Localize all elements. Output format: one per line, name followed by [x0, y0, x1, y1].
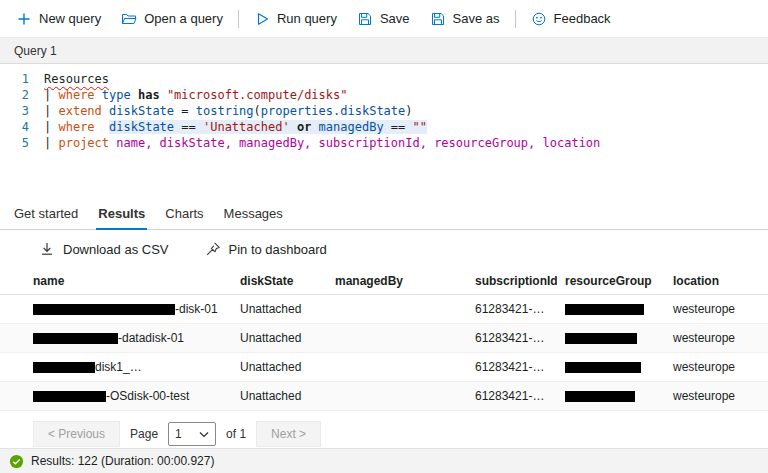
line-number: 5 — [0, 135, 44, 151]
column-header-subscriptionId[interactable]: subscriptionId — [467, 268, 557, 295]
table-header-row: namediskStatemanagedBysubscriptionIdreso… — [0, 268, 768, 295]
cell-managedBy — [327, 382, 467, 411]
cell-name: -disk-01 — [0, 295, 232, 324]
feedback-icon — [531, 11, 547, 27]
save-button[interactable]: Save — [347, 4, 420, 34]
code-text: | extend diskState = tostring(properties… — [44, 103, 413, 119]
cell-subscriptionId: 61283421-2621... — [467, 324, 557, 353]
table-row[interactable]: disk1_...Unattached61283421-2621...weste… — [0, 353, 768, 382]
run-query-button[interactable]: Run query — [244, 4, 347, 34]
redacted-text — [33, 362, 95, 373]
cell-name: disk1_... — [0, 353, 232, 382]
cell-subscriptionId: 61283421-2621... — [467, 382, 557, 411]
cell-name: -datadisk-01 — [0, 324, 232, 353]
success-check-icon — [9, 454, 24, 469]
cell-managedBy — [327, 295, 467, 324]
save-as-icon — [430, 11, 446, 27]
new-query-label: New query — [39, 11, 101, 26]
cell-resourceGroup — [557, 295, 665, 324]
code-text: | project name, diskState, managedBy, su… — [44, 135, 600, 151]
table-row[interactable]: -datadisk-01Unattached61283421-2621...we… — [0, 324, 768, 353]
cell-managedBy — [327, 324, 467, 353]
open-folder-icon — [121, 11, 137, 27]
cell-name: -OSdisk-00-test — [0, 382, 232, 411]
pin-to-dashboard-button[interactable]: Pin to dashboard — [199, 240, 333, 258]
query-tab-label: Query 1 — [14, 44, 57, 58]
page-of-label: of 1 — [226, 427, 246, 441]
resource-graph-explorer: New query Open a query Run query Save Sa… — [0, 0, 768, 473]
column-header-name[interactable]: name — [0, 268, 232, 295]
download-csv-label: Download as CSV — [63, 242, 169, 257]
editor-lines: 1Resources2| where type has "microsoft.c… — [0, 71, 768, 151]
feedback-button[interactable]: Feedback — [521, 4, 621, 34]
code-text: | where type has "microsoft.compute/disk… — [44, 87, 348, 103]
pin-to-dashboard-label: Pin to dashboard — [229, 242, 327, 257]
line-number: 4 — [0, 119, 44, 135]
previous-page-button[interactable]: < Previous — [33, 421, 120, 447]
code-line: 2| where type has "microsoft.compute/dis… — [0, 87, 768, 103]
pin-icon — [205, 241, 221, 257]
redacted-text — [565, 304, 644, 315]
code-text: Resources — [44, 71, 109, 87]
redacted-text — [565, 362, 641, 373]
run-query-label: Run query — [277, 11, 337, 26]
table-row[interactable]: -OSdisk-00-testUnattached61283421-2621..… — [0, 382, 768, 411]
redacted-text — [565, 391, 635, 402]
redacted-text — [130, 362, 218, 373]
cell-resourceGroup — [557, 382, 665, 411]
cell-location: westeurope — [665, 353, 768, 382]
plus-icon — [16, 11, 32, 27]
status-text: Results: 122 (Duration: 00:00.927) — [31, 454, 214, 468]
page-select[interactable]: 1 — [168, 422, 216, 446]
toolbar-divider — [238, 10, 239, 28]
cell-managedBy — [327, 353, 467, 382]
new-query-button[interactable]: New query — [6, 4, 111, 34]
page-select-value: 1 — [175, 427, 182, 441]
line-number: 2 — [0, 87, 44, 103]
cell-location: westeurope — [665, 324, 768, 353]
column-header-resourceGroup[interactable]: resourceGroup — [557, 268, 665, 295]
results-table: namediskStatemanagedBysubscriptionIdreso… — [0, 268, 768, 411]
tab-charts[interactable]: Charts — [155, 200, 213, 229]
redacted-text — [33, 333, 118, 344]
results-table-body: -disk-01Unattached61283421-2621...westeu… — [0, 295, 768, 411]
download-icon — [39, 241, 55, 257]
page-label: Page — [130, 427, 158, 441]
save-as-label: Save as — [453, 11, 500, 26]
query-editor[interactable]: 1Resources2| where type has "microsoft.c… — [0, 64, 768, 198]
status-bar: Results: 122 (Duration: 00:00.927) — [0, 448, 768, 473]
save-icon — [357, 11, 373, 27]
command-bar: New query Open a query Run query Save Sa… — [0, 0, 768, 37]
cell-resourceGroup — [557, 324, 665, 353]
column-header-managedBy[interactable]: managedBy — [327, 268, 467, 295]
line-number: 3 — [0, 103, 44, 119]
tab-messages[interactable]: Messages — [214, 200, 293, 229]
column-header-diskState[interactable]: diskState — [232, 268, 327, 295]
next-page-button[interactable]: Next > — [256, 421, 321, 447]
tab-results[interactable]: Results — [88, 200, 155, 229]
code-line: 1Resources — [0, 71, 768, 87]
download-csv-button[interactable]: Download as CSV — [33, 240, 175, 258]
save-as-button[interactable]: Save as — [420, 4, 510, 34]
table-row[interactable]: -disk-01Unattached61283421-2621...westeu… — [0, 295, 768, 324]
cell-diskState: Unattached — [232, 295, 327, 324]
code-text: | where diskState == 'Unattached' or man… — [44, 119, 427, 135]
query-tab[interactable]: Query 1 — [0, 38, 71, 63]
cell-location: westeurope — [665, 295, 768, 324]
column-header-location[interactable]: location — [665, 268, 768, 295]
toolbar-divider — [515, 10, 516, 28]
feedback-label: Feedback — [554, 11, 611, 26]
open-query-button[interactable]: Open a query — [111, 4, 233, 34]
tab-get-started[interactable]: Get started — [4, 200, 88, 229]
code-line: 3| extend diskState = tostring(propertie… — [0, 103, 768, 119]
save-label: Save — [380, 11, 410, 26]
pagination: < Previous Page 1 of 1 Next > — [0, 411, 768, 447]
results-tab-bar: Get started Results Charts Messages — [0, 198, 768, 230]
line-number: 1 — [0, 71, 44, 87]
code-line: 4| where diskState == 'Unattached' or ma… — [0, 119, 768, 135]
cell-diskState: Unattached — [232, 324, 327, 353]
results-toolbar: Download as CSV Pin to dashboard — [0, 230, 768, 268]
cell-location: westeurope — [665, 382, 768, 411]
play-icon — [254, 11, 270, 27]
redacted-text — [565, 333, 637, 344]
